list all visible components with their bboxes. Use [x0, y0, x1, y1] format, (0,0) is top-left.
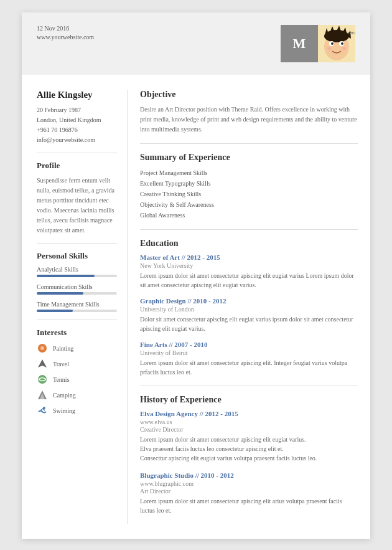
interest-painting-label: Painting [53, 345, 73, 352]
edu-entry-2: Graphic Design // 2010 - 2012 University… [140, 297, 358, 333]
exp-website-1: www.elva.us [140, 419, 358, 425]
edu-desc-3: Lorem ipsum dolor sit amet consectetur a… [140, 358, 358, 377]
interest-travel-label: Travel [53, 361, 69, 367]
exp-entry-1: Elva Design Agency // 2012 - 2015 www.el… [140, 410, 358, 463]
svg-text:WHOO?!: WHOO?! [348, 31, 355, 35]
person-name: Allie Kingsley [37, 90, 117, 100]
skill-time-label: Time Management Skills [37, 301, 117, 308]
edu-entry-1: Master of Art // 2012 - 2015 New York Un… [140, 254, 358, 290]
header: 12 Nov 2016 www.yourwebsite.com M [22, 12, 370, 75]
header-meta: 12 Nov 2016 www.yourwebsite.com [37, 25, 94, 40]
summary-item-5: Global Awareness [140, 210, 358, 220]
camping-icon [37, 389, 48, 401]
svg-point-16 [40, 346, 44, 350]
summary-title: Summary of Experience [140, 153, 358, 163]
travel-icon [37, 358, 48, 369]
objective-title: Objective [140, 90, 358, 100]
svg-point-13 [342, 47, 346, 50]
right-column: Objective Desire an Art Director positio… [128, 90, 370, 524]
exp-desc-1: Lorem ipsum dolor sit amet consectetur a… [140, 435, 358, 463]
exp-website-2: www.blugraphic.com [140, 480, 358, 487]
right-divider-1 [140, 143, 358, 144]
skill-analytical-bar-bg [37, 275, 117, 277]
tennis-icon [37, 374, 48, 385]
edu-school-2: University of London [140, 306, 358, 313]
swimming-icon [37, 405, 48, 416]
exp-role-1: Creative Director [140, 426, 358, 433]
left-column: Allie Kingsley 20 February 1987 London, … [22, 90, 128, 524]
photo-initial: M [281, 25, 318, 62]
location: London, United Kingdom [37, 115, 117, 125]
svg-point-10 [331, 42, 334, 45]
profile-text: Suspendisse ferm entum velit nulla, euis… [37, 176, 117, 235]
main-content: Allie Kingsley 20 February 1987 London, … [22, 75, 370, 539]
interest-swimming: Swiming [37, 405, 117, 416]
interest-travel: Travel [37, 358, 117, 369]
edu-title-1: Master of Art // 2012 - 2015 [140, 254, 358, 261]
interests-list: Painting Travel [37, 343, 117, 416]
svg-point-11 [341, 42, 343, 45]
photo-cartoon: WHOO?! [318, 25, 355, 62]
edu-title-3: Fine Arts // 2007 - 2010 [140, 341, 358, 348]
experience-title: History of Experience [140, 395, 358, 405]
page-wrapper: 12 Nov 2016 www.yourwebsite.com M [0, 0, 392, 550]
exp-title-1: Elva Design Agency // 2012 - 2015 [140, 410, 358, 417]
interest-camping-label: Camping [53, 392, 76, 399]
skill-communication-bar-fill [37, 292, 83, 295]
divider-3 [37, 320, 117, 320]
dob: 20 February 1987 [37, 105, 117, 115]
right-divider-2 [140, 229, 358, 230]
skill-communication-bar-bg [37, 292, 117, 295]
edu-entry-3: Fine Arts // 2007 - 2010 Univerity of Be… [140, 341, 358, 377]
skill-communication-label: Communication Skills [37, 283, 117, 290]
phone: +961 70 196876 [37, 125, 117, 135]
svg-marker-17 [38, 359, 47, 367]
edu-title-2: Graphic Design // 2010 - 2012 [140, 297, 358, 305]
summary-list: Project Management Skills Excellent Typo… [140, 168, 358, 220]
exp-title-2: Blugraphic Studio // 2010 - 2012 [140, 472, 358, 479]
summary-item-4: Objectivity & Self Awareness [140, 199, 358, 210]
svg-point-7 [324, 30, 349, 42]
exp-role-2: Art Director [140, 488, 358, 495]
edu-school-3: Univerity of Beirut [140, 349, 358, 356]
objective-text: Desire an Art Director position with The… [140, 105, 358, 135]
divider-1 [37, 153, 117, 153]
interest-camping: Camping [37, 389, 117, 401]
contact-info: 20 February 1987 London, United Kingdom … [37, 105, 117, 145]
edu-desc-2: Dolor sit amet consectetur apiscing elit… [140, 315, 358, 333]
resume-card: 12 Nov 2016 www.yourwebsite.com M [22, 12, 370, 539]
summary-item-3: Creative Thinking Skills [140, 189, 358, 199]
skill-communication: Communication Skills [37, 283, 117, 295]
edu-desc-1: Lorem ipsum dolor sit amet consectetur a… [140, 271, 358, 290]
interest-painting: Painting [37, 343, 117, 354]
interests-title: Interests [37, 328, 117, 338]
profile-title: Profile [37, 161, 117, 171]
divider-2 [37, 243, 117, 244]
right-divider-3 [140, 386, 358, 386]
skill-analytical-label: Analytical Skills [37, 266, 117, 273]
summary-item-1: Project Management Skills [140, 168, 358, 178]
interest-swimming-label: Swiming [53, 407, 75, 414]
header-photos: M [281, 25, 355, 62]
education-title: Education [140, 239, 358, 249]
edu-school-1: New York University [140, 262, 358, 269]
skill-analytical-bar-fill [37, 275, 95, 277]
cartoon-svg: WHOO?! [318, 25, 355, 62]
email: info@yourwebsite.com [37, 135, 117, 145]
summary-item-2: Excellent Typography Skills [140, 178, 358, 189]
interest-tennis: Tennis [37, 374, 117, 385]
skill-time-bar-fill [37, 310, 73, 312]
svg-point-12 [327, 47, 331, 50]
skill-time-bar-bg [37, 310, 117, 312]
skill-time: Time Management Skills [37, 301, 117, 312]
skill-analytical: Analytical Skills [37, 266, 117, 277]
interest-tennis-label: Tennis [53, 376, 70, 383]
exp-entry-2: Blugraphic Studio // 2010 - 2012 www.blu… [140, 472, 358, 515]
header-website: www.yourwebsite.com [37, 34, 94, 40]
skills-title: Personal Skills [37, 251, 117, 261]
skills-list: Analytical Skills Communication Skills T… [37, 266, 117, 312]
painting-icon [37, 343, 48, 354]
exp-desc-2: Lorem ipsum dolor sit amet consectetur a… [140, 496, 358, 515]
header-date: 12 Nov 2016 [37, 25, 94, 32]
